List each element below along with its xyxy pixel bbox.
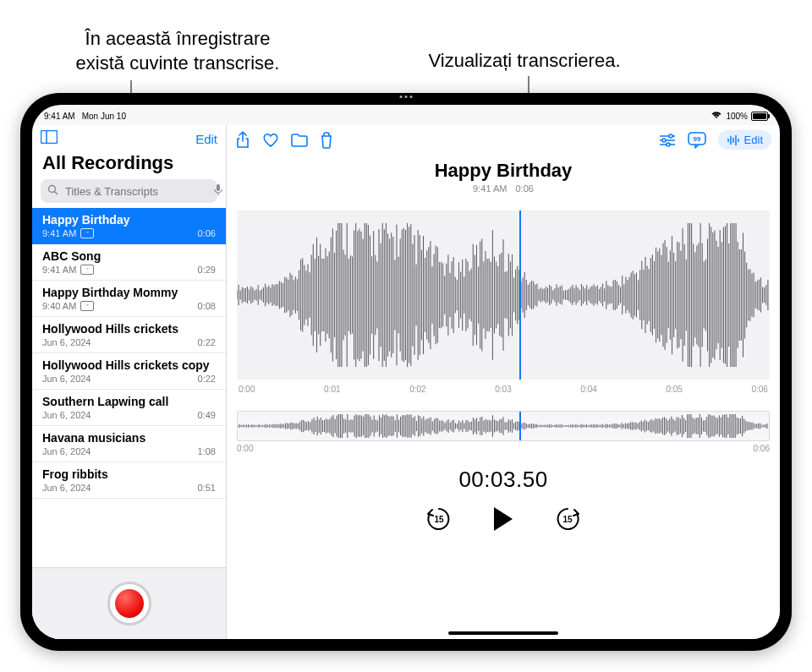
svg-rect-0: [41, 131, 58, 144]
share-button[interactable]: [235, 131, 250, 150]
main-panel: 99 Edit Happy Birthday: [227, 125, 780, 639]
overview-end-label: 0:06: [754, 444, 770, 453]
recording-row[interactable]: Happy Birthday9:41 AM”0:06: [32, 208, 226, 244]
recording-row[interactable]: ABC Song9:41 AM”0:29: [32, 244, 226, 281]
svg-text:15: 15: [562, 515, 573, 524]
recording-title[interactable]: Happy Birthday: [227, 160, 780, 182]
home-indicator[interactable]: [448, 631, 558, 635]
recording-row-title: Happy Birthday: [42, 213, 216, 227]
recording-row[interactable]: Havana musiciansJun 6, 20241:08: [32, 426, 226, 462]
wifi-icon: [710, 111, 722, 121]
recording-row-title: ABC Song: [42, 249, 216, 263]
recording-row-duration: 1:08: [198, 446, 216, 456]
search-input[interactable]: [63, 184, 209, 199]
magnifying-glass-icon: [47, 184, 58, 198]
recording-row-time: 9:40 AM: [42, 301, 76, 311]
sidebar-title: All Recordings: [32, 149, 226, 179]
recording-row-duration: 0:49: [198, 410, 216, 420]
edit-recording-button[interactable]: Edit: [718, 130, 771, 150]
recording-row[interactable]: Hollywood Hills crickets copyJun 6, 2024…: [32, 353, 226, 390]
rewind-15-button[interactable]: 15: [425, 505, 453, 533]
recording-row-title: Southern Lapwing call: [42, 395, 216, 408]
recording-row-title: Happy Birthday Mommy: [42, 286, 216, 299]
sidebar-edit-button[interactable]: Edit: [195, 132, 217, 146]
move-to-folder-button[interactable]: [291, 134, 308, 147]
recording-row-duration: 0:22: [198, 374, 216, 384]
recording-row-time: 9:41 AM: [42, 265, 76, 275]
recording-row-title: Hollywood Hills crickets copy: [42, 358, 216, 372]
transcript-badge-icon: ”: [80, 301, 94, 311]
playback-options-button[interactable]: [659, 134, 676, 147]
sidebar-toggle-button[interactable]: [41, 130, 58, 147]
record-button[interactable]: [107, 582, 151, 626]
recording-row-time: Jun 6, 2024: [42, 410, 91, 420]
recording-row[interactable]: Frog ribbitsJun 6, 20240:51: [32, 462, 226, 499]
time-tick: 0:06: [751, 385, 767, 394]
status-bar: 9:41 AM Mon Jun 10 100%: [32, 105, 780, 125]
playhead-time: 00:03.50: [227, 467, 780, 493]
recording-row-title: Havana musicians: [42, 431, 216, 445]
svg-rect-4: [217, 184, 220, 191]
time-tick: 0:03: [495, 385, 511, 394]
annotation-view-transcript: Vizualizați transcrierea.: [398, 49, 651, 74]
search-field[interactable]: [41, 179, 217, 203]
transcript-badge-icon: ”: [80, 228, 94, 238]
svg-text:99: 99: [693, 135, 700, 143]
status-date: Mon Jun 10: [82, 112, 126, 121]
time-tick: 0:04: [580, 385, 596, 394]
svg-point-9: [662, 139, 666, 142]
waveform-icon: [727, 134, 740, 146]
svg-point-7: [669, 134, 672, 138]
status-time: 9:41 AM: [44, 112, 75, 121]
sidebar: Edit All Recordings Happy Birthday9:41 A…: [32, 125, 227, 639]
recording-row-time: 9:41 AM: [42, 228, 76, 238]
recording-row[interactable]: Southern Lapwing callJun 6, 20240:49: [32, 390, 226, 426]
view-transcript-button[interactable]: 99: [688, 132, 706, 149]
time-tick: 0:01: [324, 385, 340, 394]
recording-row-duration: 0:51: [198, 483, 216, 493]
time-tick: 0:05: [666, 385, 682, 394]
time-tick: 0:00: [239, 385, 255, 394]
recording-row[interactable]: Hollywood Hills cricketsJun 6, 20240:22: [32, 317, 226, 353]
recording-row-duration: 0:29: [198, 265, 216, 275]
ipad-device-frame: 9:41 AM Mon Jun 10 100%: [20, 93, 792, 651]
transcript-badge-icon: ”: [80, 265, 94, 275]
battery-percent: 100%: [726, 112, 748, 121]
battery-icon: [751, 112, 768, 121]
svg-point-2: [49, 186, 56, 193]
annotation-transcript-exists: În această înregistrare există cuvinte t…: [51, 27, 304, 75]
svg-point-11: [667, 143, 670, 146]
waveform-overview[interactable]: [237, 411, 770, 441]
recording-row-time: Jun 6, 2024: [42, 483, 91, 493]
playhead[interactable]: [519, 210, 521, 380]
delete-button[interactable]: [320, 132, 333, 149]
recording-row-time: Jun 6, 2024: [42, 337, 91, 347]
recording-row-duration: 0:06: [198, 228, 216, 238]
screen: 9:41 AM Mon Jun 10 100%: [32, 105, 780, 639]
recording-duration: 0:06: [515, 183, 533, 194]
recording-row-title: Frog ribbits: [42, 467, 216, 481]
waveform-large[interactable]: [237, 210, 770, 380]
recording-row-duration: 0:22: [198, 337, 216, 347]
svg-text:15: 15: [434, 515, 444, 524]
svg-line-3: [55, 192, 58, 195]
recording-time: 9:41 AM: [473, 183, 507, 194]
recording-row-duration: 0:08: [198, 301, 216, 311]
time-tick: 0:02: [409, 385, 425, 394]
microphone-icon[interactable]: [214, 184, 222, 199]
record-icon: [115, 589, 144, 618]
recording-row[interactable]: Happy Birthday Mommy9:40 AM”0:08: [32, 281, 226, 317]
favorite-button[interactable]: [262, 133, 279, 148]
recording-row-time: Jun 6, 2024: [42, 446, 91, 456]
overview-playhead[interactable]: [519, 412, 521, 440]
forward-15-button[interactable]: 15: [553, 505, 582, 533]
edit-label: Edit: [744, 134, 763, 146]
sidebar-footer: [32, 567, 226, 639]
play-button[interactable]: [491, 505, 516, 533]
recording-row-title: Hollywood Hills crickets: [42, 322, 216, 336]
recording-row-time: Jun 6, 2024: [42, 374, 91, 384]
overview-start-label: 0:00: [237, 444, 253, 453]
